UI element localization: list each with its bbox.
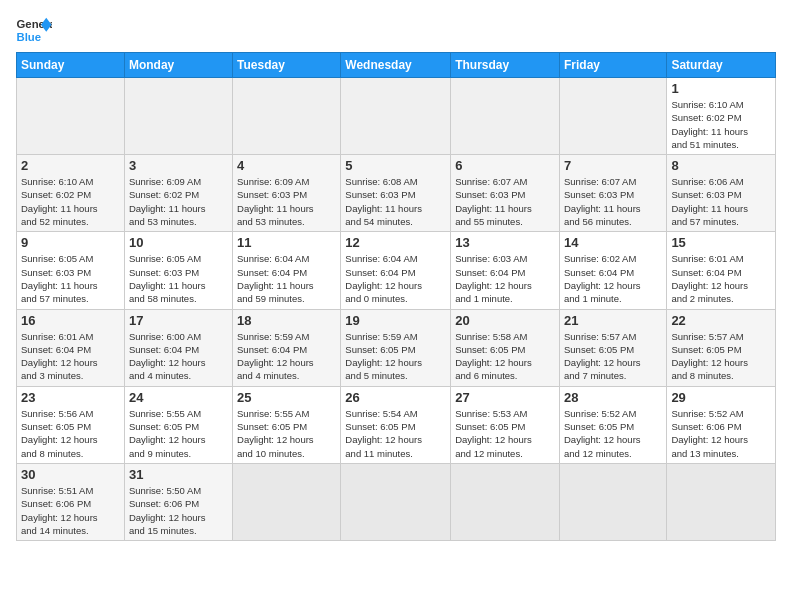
weekday-header-row: SundayMondayTuesdayWednesdayThursdayFrid… [17,53,776,78]
weekday-header-tuesday: Tuesday [233,53,341,78]
day-number: 5 [345,158,446,173]
day-number: 10 [129,235,228,250]
calendar-day-cell: 24Sunrise: 5:55 AM Sunset: 6:05 PM Dayli… [124,386,232,463]
day-number: 29 [671,390,771,405]
day-info: Sunrise: 6:01 AM Sunset: 6:04 PM Dayligh… [21,330,120,383]
day-info: Sunrise: 5:57 AM Sunset: 6:05 PM Dayligh… [564,330,662,383]
day-number: 13 [455,235,555,250]
logo: General Blue [16,16,52,44]
weekday-header-thursday: Thursday [451,53,560,78]
day-info: Sunrise: 5:57 AM Sunset: 6:05 PM Dayligh… [671,330,771,383]
day-number: 12 [345,235,446,250]
day-number: 27 [455,390,555,405]
page-header: General Blue [16,16,776,44]
calendar-day-cell: 25Sunrise: 5:55 AM Sunset: 6:05 PM Dayli… [233,386,341,463]
calendar-day-cell [451,463,560,540]
day-info: Sunrise: 6:10 AM Sunset: 6:02 PM Dayligh… [671,98,771,151]
day-info: Sunrise: 6:08 AM Sunset: 6:03 PM Dayligh… [345,175,446,228]
day-number: 28 [564,390,662,405]
day-number: 19 [345,313,446,328]
calendar-day-cell: 6Sunrise: 6:07 AM Sunset: 6:03 PM Daylig… [451,155,560,232]
day-info: Sunrise: 6:04 AM Sunset: 6:04 PM Dayligh… [345,252,446,305]
calendar-week-row: 23Sunrise: 5:56 AM Sunset: 6:05 PM Dayli… [17,386,776,463]
calendar-day-cell: 27Sunrise: 5:53 AM Sunset: 6:05 PM Dayli… [451,386,560,463]
day-number: 24 [129,390,228,405]
calendar-day-cell: 12Sunrise: 6:04 AM Sunset: 6:04 PM Dayli… [341,232,451,309]
day-number: 23 [21,390,120,405]
calendar-week-row: 1Sunrise: 6:10 AM Sunset: 6:02 PM Daylig… [17,78,776,155]
day-info: Sunrise: 6:05 AM Sunset: 6:03 PM Dayligh… [21,252,120,305]
calendar-day-cell: 29Sunrise: 5:52 AM Sunset: 6:06 PM Dayli… [667,386,776,463]
day-number: 30 [21,467,120,482]
day-info: Sunrise: 6:09 AM Sunset: 6:02 PM Dayligh… [129,175,228,228]
calendar-day-cell: 5Sunrise: 6:08 AM Sunset: 6:03 PM Daylig… [341,155,451,232]
day-number: 25 [237,390,336,405]
day-info: Sunrise: 6:02 AM Sunset: 6:04 PM Dayligh… [564,252,662,305]
day-number: 9 [21,235,120,250]
calendar-day-cell: 3Sunrise: 6:09 AM Sunset: 6:02 PM Daylig… [124,155,232,232]
calendar-day-cell [667,463,776,540]
day-number: 18 [237,313,336,328]
day-number: 17 [129,313,228,328]
day-number: 26 [345,390,446,405]
calendar-day-cell: 23Sunrise: 5:56 AM Sunset: 6:05 PM Dayli… [17,386,125,463]
calendar-day-cell [233,78,341,155]
day-number: 14 [564,235,662,250]
weekday-header-sunday: Sunday [17,53,125,78]
day-number: 20 [455,313,555,328]
day-info: Sunrise: 5:53 AM Sunset: 6:05 PM Dayligh… [455,407,555,460]
day-info: Sunrise: 5:51 AM Sunset: 6:06 PM Dayligh… [21,484,120,537]
calendar-day-cell [233,463,341,540]
calendar-day-cell: 16Sunrise: 6:01 AM Sunset: 6:04 PM Dayli… [17,309,125,386]
calendar-day-cell [124,78,232,155]
day-number: 15 [671,235,771,250]
day-number: 31 [129,467,228,482]
calendar-day-cell: 21Sunrise: 5:57 AM Sunset: 6:05 PM Dayli… [559,309,666,386]
generalblue-logo-icon: General Blue [16,16,52,44]
day-info: Sunrise: 6:07 AM Sunset: 6:03 PM Dayligh… [564,175,662,228]
calendar-day-cell: 31Sunrise: 5:50 AM Sunset: 6:06 PM Dayli… [124,463,232,540]
calendar-week-row: 2Sunrise: 6:10 AM Sunset: 6:02 PM Daylig… [17,155,776,232]
day-info: Sunrise: 5:55 AM Sunset: 6:05 PM Dayligh… [129,407,228,460]
calendar-day-cell [341,463,451,540]
calendar-day-cell: 8Sunrise: 6:06 AM Sunset: 6:03 PM Daylig… [667,155,776,232]
day-info: Sunrise: 6:06 AM Sunset: 6:03 PM Dayligh… [671,175,771,228]
calendar-day-cell: 20Sunrise: 5:58 AM Sunset: 6:05 PM Dayli… [451,309,560,386]
day-number: 21 [564,313,662,328]
day-info: Sunrise: 5:52 AM Sunset: 6:05 PM Dayligh… [564,407,662,460]
day-info: Sunrise: 6:07 AM Sunset: 6:03 PM Dayligh… [455,175,555,228]
day-info: Sunrise: 6:00 AM Sunset: 6:04 PM Dayligh… [129,330,228,383]
day-info: Sunrise: 5:54 AM Sunset: 6:05 PM Dayligh… [345,407,446,460]
day-info: Sunrise: 6:09 AM Sunset: 6:03 PM Dayligh… [237,175,336,228]
calendar-day-cell: 28Sunrise: 5:52 AM Sunset: 6:05 PM Dayli… [559,386,666,463]
weekday-header-monday: Monday [124,53,232,78]
calendar-day-cell: 11Sunrise: 6:04 AM Sunset: 6:04 PM Dayli… [233,232,341,309]
day-info: Sunrise: 6:01 AM Sunset: 6:04 PM Dayligh… [671,252,771,305]
calendar-day-cell: 18Sunrise: 5:59 AM Sunset: 6:04 PM Dayli… [233,309,341,386]
day-info: Sunrise: 5:56 AM Sunset: 6:05 PM Dayligh… [21,407,120,460]
calendar-day-cell [559,78,666,155]
day-info: Sunrise: 6:05 AM Sunset: 6:03 PM Dayligh… [129,252,228,305]
calendar-day-cell: 7Sunrise: 6:07 AM Sunset: 6:03 PM Daylig… [559,155,666,232]
calendar-table: SundayMondayTuesdayWednesdayThursdayFrid… [16,52,776,541]
weekday-header-saturday: Saturday [667,53,776,78]
calendar-week-row: 9Sunrise: 6:05 AM Sunset: 6:03 PM Daylig… [17,232,776,309]
day-number: 8 [671,158,771,173]
day-info: Sunrise: 5:52 AM Sunset: 6:06 PM Dayligh… [671,407,771,460]
calendar-day-cell [341,78,451,155]
calendar-day-cell: 13Sunrise: 6:03 AM Sunset: 6:04 PM Dayli… [451,232,560,309]
day-info: Sunrise: 5:50 AM Sunset: 6:06 PM Dayligh… [129,484,228,537]
calendar-day-cell: 1Sunrise: 6:10 AM Sunset: 6:02 PM Daylig… [667,78,776,155]
calendar-day-cell: 19Sunrise: 5:59 AM Sunset: 6:05 PM Dayli… [341,309,451,386]
calendar-day-cell: 9Sunrise: 6:05 AM Sunset: 6:03 PM Daylig… [17,232,125,309]
calendar-day-cell [17,78,125,155]
day-number: 6 [455,158,555,173]
day-number: 4 [237,158,336,173]
calendar-day-cell: 14Sunrise: 6:02 AM Sunset: 6:04 PM Dayli… [559,232,666,309]
svg-text:Blue: Blue [17,31,42,43]
day-info: Sunrise: 5:55 AM Sunset: 6:05 PM Dayligh… [237,407,336,460]
weekday-header-wednesday: Wednesday [341,53,451,78]
day-info: Sunrise: 5:59 AM Sunset: 6:04 PM Dayligh… [237,330,336,383]
calendar-day-cell: 15Sunrise: 6:01 AM Sunset: 6:04 PM Dayli… [667,232,776,309]
calendar-week-row: 16Sunrise: 6:01 AM Sunset: 6:04 PM Dayli… [17,309,776,386]
